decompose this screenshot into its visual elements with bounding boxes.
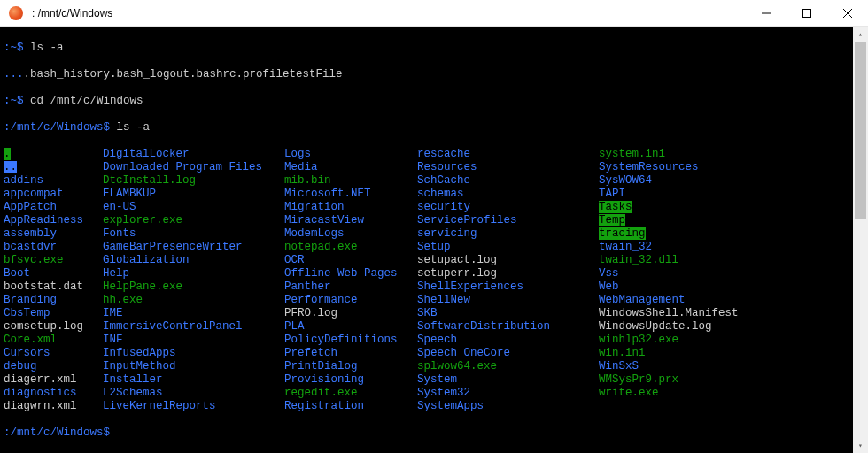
listing-cell: setupact.log <box>417 254 599 267</box>
listing-cell: AppPatch <box>4 201 103 214</box>
terminal-container: :~$ ls -a . .. .bash_history .bash_logou… <box>0 27 868 453</box>
prompt-path: :~$ <box>4 42 24 55</box>
listing-cell: diagerr.xml <box>4 373 103 387</box>
listing-cell: mib.bin <box>284 174 417 188</box>
listing-cell: MiracastView <box>284 214 417 227</box>
listing-row: Core.xmlINFPolicyDefinitionsSpeechwinhlp… <box>4 334 849 347</box>
listing-cell: LiveKernelReports <box>103 400 284 413</box>
listing-item: Microsoft.NET <box>284 188 371 200</box>
prompt-line: :~$ ls -a <box>4 42 849 55</box>
svg-rect-1 <box>803 9 811 17</box>
listing-cell: Branding <box>4 294 103 307</box>
listing-item: hh.exe <box>103 294 143 306</box>
minimize-button[interactable] <box>746 0 787 27</box>
listing-cell: ShellExperiences <box>417 280 599 294</box>
listing-cell: Performance <box>284 294 417 307</box>
listing-item: setuperr.log <box>417 267 497 280</box>
listing-item: servicing <box>417 227 477 240</box>
listing-cell: SystemApps <box>417 400 599 413</box>
listing-cell: Registration <box>284 400 417 413</box>
listing-cell: Media <box>284 161 417 174</box>
ubuntu-icon <box>9 6 23 20</box>
listing-cell: assembly <box>4 227 103 241</box>
listing-cell: PLA <box>284 320 417 334</box>
scroll-thumb[interactable] <box>855 42 866 219</box>
listing-cell: hh.exe <box>103 294 284 307</box>
listing-cell: setuperr.log <box>417 267 599 280</box>
listing-item: HelpPane.exe <box>103 280 182 293</box>
window-title: : /mnt/c/Windows <box>32 7 112 19</box>
listing-cell: OCR <box>284 254 417 267</box>
window-titlebar[interactable]: : /mnt/c/Windows <box>0 0 868 27</box>
maximize-button[interactable] <box>787 0 827 27</box>
listing-cell: SoftwareDistribution <box>417 320 599 334</box>
ls-output-line: . .. .bash_history .bash_logout .bashrc … <box>4 68 849 81</box>
listing-cell: SysWOW64 <box>599 174 849 188</box>
scroll-up-button[interactable]: ▴ <box>853 27 868 42</box>
listing-cell: DigitalLocker <box>103 148 284 161</box>
listing-cell: Migration <box>284 201 417 214</box>
listing-item: Temp <box>599 214 625 226</box>
prompt-path: :/mnt/c/Windows$ <box>4 121 110 134</box>
listing-cell: Globalization <box>103 254 284 267</box>
listing-item: WindowsShell.Manifest <box>599 307 739 319</box>
listing-row: addinsDtcInstall.logmib.binSchCacheSysWO… <box>4 174 849 188</box>
listing-cell: ELAMBKUP <box>103 188 284 201</box>
listing-cell: Panther <box>284 280 417 294</box>
listing-cell: Logs <box>284 148 417 161</box>
listing-item: TAPI <box>599 188 625 200</box>
listing-item: appcompat <box>4 188 64 200</box>
listing-cell: WebManagement <box>599 294 849 307</box>
listing-item: SystemApps <box>417 400 484 412</box>
listing-item: IME <box>103 307 123 319</box>
listing-item: AppReadiness <box>4 214 83 226</box>
listing-item: OCR <box>284 254 305 266</box>
listing-cell: PFRO.log <box>284 307 417 320</box>
listing-item: Prefetch <box>284 347 337 359</box>
listing-cell: Tasks <box>599 201 849 214</box>
listing-item: splwow64.exe <box>417 360 497 372</box>
prompt-path: :/mnt/c/Windows$ <box>4 426 110 440</box>
listing-cell: .. <box>4 161 103 174</box>
close-icon <box>843 9 852 18</box>
listing-cell: IME <box>103 307 284 320</box>
listing-item: ELAMBKUP <box>103 188 156 200</box>
scroll-down-button[interactable]: ▾ <box>853 438 868 453</box>
close-button[interactable] <box>827 0 868 27</box>
listing-item: LiveKernelReports <box>103 400 216 412</box>
listing-row: bcastdvrGameBarPresenceWriternotepad.exe… <box>4 241 849 254</box>
ls-item: testFile <box>290 68 343 81</box>
vertical-scrollbar[interactable]: ▴ ▾ <box>853 27 868 453</box>
listing-item: Logs <box>284 148 311 160</box>
listing-cell: ModemLogs <box>284 227 417 241</box>
listing-item: Boot <box>4 267 30 280</box>
listing-item: CbsTemp <box>4 307 50 319</box>
listing-cell: SystemResources <box>599 161 849 174</box>
listing-item: Migration <box>284 201 345 213</box>
listing-cell: ImmersiveControlPanel <box>103 320 284 334</box>
listing-row: AppPatchen-USMigrationsecurityTasks <box>4 201 849 214</box>
listing-item: schemas <box>417 188 464 200</box>
listing-item: ShellNew <box>417 294 470 306</box>
listing-cell: Resources <box>417 161 599 174</box>
terminal[interactable]: :~$ ls -a . .. .bash_history .bash_logou… <box>0 27 853 453</box>
listing-cell: HelpPane.exe <box>103 280 284 294</box>
listing-item: diagnostics <box>4 387 77 399</box>
listing-cell: comsetup.log <box>4 320 103 334</box>
listing-item: tracing <box>599 227 646 240</box>
listing-row: diagerr.xmlInstallerProvisioningSystemWM… <box>4 373 849 387</box>
listing-item: Branding <box>4 294 57 306</box>
listing-row: CursorsInfusedAppsPrefetchSpeech_OneCore… <box>4 347 849 360</box>
listing-item: Resources <box>417 161 477 173</box>
listing-cell: InfusedApps <box>103 347 284 360</box>
listing-item: system.ini <box>599 148 665 160</box>
listing-cell: system.ini <box>599 148 849 161</box>
listing-cell: explorer.exe <box>103 214 284 227</box>
listing-item: en-US <box>103 201 136 213</box>
listing-item: MiracastView <box>284 214 364 226</box>
listing-cell: bootstat.dat <box>4 280 103 294</box>
listing-cell: Installer <box>103 373 284 387</box>
listing-item: bootstat.dat <box>4 280 83 293</box>
listing-item: PolicyDefinitions <box>284 334 398 346</box>
listing-cell: Speech <box>417 334 599 347</box>
